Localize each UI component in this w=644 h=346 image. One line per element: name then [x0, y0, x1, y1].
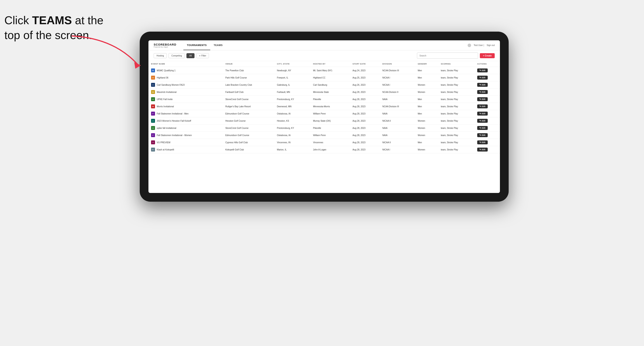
- cell-actions-3: ✎ Edit: [474, 89, 500, 96]
- edit-icon-0: ✎: [480, 69, 481, 71]
- cell-hosted-10: Vincennes: [310, 139, 350, 146]
- event-name-11: Klash at Kokopelli: [157, 149, 174, 151]
- nav-user: Test User |: [474, 44, 484, 46]
- cell-division-8: NAIA: [380, 125, 415, 132]
- cell-hosted-4: Pikeville: [310, 96, 350, 103]
- create-button[interactable]: + Create: [480, 53, 495, 58]
- edit-button-4[interactable]: ✎ Edit: [477, 97, 488, 101]
- instruction-bold: TEAMS: [32, 14, 72, 27]
- cell-date-9: Aug 28, 2023: [350, 132, 380, 139]
- all-filter-button[interactable]: All: [186, 53, 194, 58]
- cell-city-3: Faribault, MN: [274, 89, 310, 96]
- col-gender: GENDER: [415, 61, 438, 67]
- cell-city-4: Prestonsburg, KY: [274, 96, 310, 103]
- nav-signout[interactable]: Sign out: [486, 44, 495, 46]
- cell-city-11: Marion, IL: [274, 146, 310, 153]
- col-venue: VENUE: [223, 61, 274, 67]
- edit-button-9[interactable]: ✎ Edit: [477, 133, 488, 137]
- event-name-0: MSMC Qualifying 1: [157, 69, 176, 72]
- team-logo-10: V: [151, 140, 155, 144]
- cell-venue-10: Cypress Hills Golf Club: [223, 139, 274, 146]
- edit-button-11[interactable]: ✎ Edit: [477, 148, 488, 152]
- edit-button-10[interactable]: ✎ Edit: [477, 140, 488, 144]
- edit-button-2[interactable]: ✎ Edit: [477, 83, 488, 87]
- cell-scoring-2: team, Stroke Play: [438, 81, 474, 89]
- cell-actions-8: ✎ Edit: [474, 125, 500, 132]
- cell-date-8: Aug 28, 2023: [350, 125, 380, 132]
- table-container: EVENT NAME VENUE CITY, STATE HOSTED BY S…: [148, 61, 500, 193]
- cell-venue-8: StoneCrest Golf Course: [223, 125, 274, 132]
- cell-scoring-11: team, Stroke Play: [438, 146, 474, 153]
- cell-division-10: NICAA II: [380, 139, 415, 146]
- team-logo-9: F: [151, 133, 155, 137]
- cell-event-name-6: F Fall Statesmen Invitational - Men: [148, 110, 223, 117]
- edit-button-5[interactable]: ✎ Edit: [477, 104, 488, 108]
- cell-scoring-6: team, Stroke Play: [438, 110, 474, 117]
- cell-event-name-7: 2 2023 Women's Hesston Fall Kickoff: [148, 117, 223, 125]
- cell-date-3: Aug 28, 2023: [350, 89, 380, 96]
- edit-button-0[interactable]: ✎ Edit: [477, 68, 488, 72]
- table-row: U upike fall invitational StoneCrest Gol…: [148, 125, 500, 132]
- search-box: [417, 52, 478, 59]
- cell-event-name-8: U upike fall invitational: [148, 125, 223, 132]
- cell-city-2: Galesburg, IL: [274, 81, 310, 89]
- col-hosted-by: HOSTED BY: [310, 61, 350, 67]
- cell-gender-4: Men: [415, 96, 438, 103]
- cell-city-10: Vincennes, IN: [274, 139, 310, 146]
- cell-scoring-7: team, Stroke Play: [438, 117, 474, 125]
- search-input[interactable]: [417, 52, 478, 59]
- team-logo-5: M: [151, 104, 155, 108]
- team-logo-7: 2: [151, 119, 155, 123]
- filter-button[interactable]: ≡ Filter: [196, 53, 209, 58]
- cell-venue-6: Edmundson Golf Course: [223, 110, 274, 117]
- edit-button-6[interactable]: ✎ Edit: [477, 112, 488, 116]
- edit-button-3[interactable]: ✎ Edit: [477, 90, 488, 94]
- instruction-line1: Click TEAMS at the: [4, 14, 104, 27]
- nav-links: TOURNAMENTS TEAMS: [184, 40, 226, 50]
- competing-filter-button[interactable]: Competing: [168, 53, 185, 58]
- cell-division-1: NICAA I: [380, 74, 415, 81]
- cell-scoring-0: team, Stroke Play: [438, 67, 474, 74]
- cell-actions-1: ✎ Edit: [474, 74, 500, 81]
- event-name-10: VU PREVIEW: [157, 141, 170, 144]
- cell-scoring-5: team, Stroke Play: [438, 103, 474, 110]
- cell-gender-7: Women: [415, 117, 438, 125]
- logo-text: SCOREBOARD: [154, 43, 176, 46]
- cell-city-5: Deerwood, MN: [274, 103, 310, 110]
- cell-actions-11: ✎ Edit: [474, 146, 500, 153]
- edit-button-7[interactable]: ✎ Edit: [477, 119, 488, 123]
- cell-event-name-5: M Morris Invitational: [148, 103, 223, 110]
- team-logo-0: M: [151, 68, 155, 72]
- cell-hosted-2: Carl Sandburg: [310, 81, 350, 89]
- hosting-filter-button[interactable]: Hosting: [154, 53, 167, 58]
- cell-scoring-9: team, Stroke Play: [438, 132, 474, 139]
- cell-venue-1: Park Hills Golf Course: [223, 74, 274, 81]
- instruction-overlay: Click TEAMS at the top of the screen.: [4, 13, 104, 42]
- cell-division-2: NICAA I: [380, 81, 415, 89]
- cell-division-6: NAIA: [380, 110, 415, 117]
- cell-gender-1: Men: [415, 74, 438, 81]
- cell-venue-5: Ruttger's Bay Lake Resort: [223, 103, 274, 110]
- cell-hosted-0: Mt. Saint Mary (NY): [310, 67, 350, 74]
- cell-venue-7: Hesston Golf Course: [223, 117, 274, 125]
- cell-date-6: Aug 28, 2023: [350, 110, 380, 117]
- table-row: M MSMC Qualifying 1 The Powelton Club Ne…: [148, 67, 500, 74]
- cell-date-10: Aug 28, 2023: [350, 139, 380, 146]
- nav-tournaments[interactable]: TOURNAMENTS: [184, 40, 210, 50]
- cell-city-9: Oskaloosa, IA: [274, 132, 310, 139]
- team-logo-1: H: [151, 76, 155, 80]
- gear-icon[interactable]: [468, 44, 471, 47]
- edit-icon-8: ✎: [480, 127, 481, 129]
- nav-teams[interactable]: TEAMS: [210, 40, 226, 50]
- cell-event-name-11: K Klash at Kokopelli: [148, 146, 223, 153]
- edit-button-1[interactable]: ✎ Edit: [477, 76, 488, 80]
- col-city-state: CITY, STATE: [274, 61, 310, 67]
- cell-event-name-0: M MSMC Qualifying 1: [148, 67, 223, 74]
- edit-button-8[interactable]: ✎ Edit: [477, 126, 488, 130]
- cell-hosted-1: Highland CC: [310, 74, 350, 81]
- cell-city-7: Hesston, KS: [274, 117, 310, 125]
- cell-scoring-8: team, Stroke Play: [438, 125, 474, 132]
- cell-scoring-3: team, Stroke Play: [438, 89, 474, 96]
- cell-venue-9: Edmundson Golf Course: [223, 132, 274, 139]
- cell-event-name-10: V VU PREVIEW: [148, 139, 223, 146]
